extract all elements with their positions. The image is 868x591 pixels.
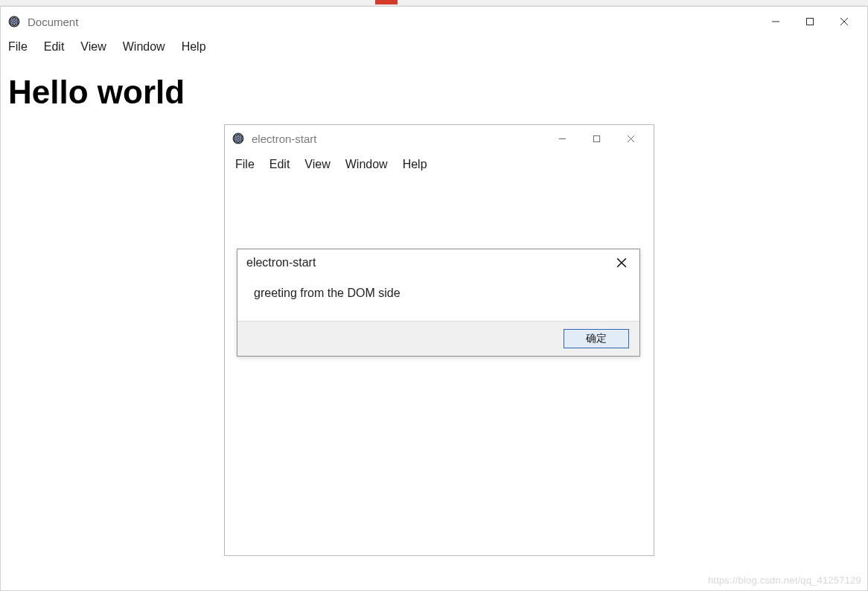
main-menubar: File Edit View Window Help xyxy=(1,36,867,57)
menu-view[interactable]: View xyxy=(80,40,106,54)
dialog-ok-button[interactable]: 确定 xyxy=(564,329,629,348)
menu-window[interactable]: Window xyxy=(345,158,388,171)
secondary-menubar: File Edit View Window Help xyxy=(225,152,654,174)
menu-file[interactable]: File xyxy=(235,158,255,171)
menu-view[interactable]: View xyxy=(304,158,330,171)
svg-point-4 xyxy=(13,21,15,22)
menu-edit[interactable]: Edit xyxy=(269,158,290,171)
main-window: Document File Edit View Window Help Hell… xyxy=(0,6,868,591)
watermark: https://blog.csdn.net/qq_41257129 xyxy=(708,575,861,586)
menu-edit[interactable]: Edit xyxy=(44,40,65,54)
main-window-controls xyxy=(759,10,861,33)
svg-rect-15 xyxy=(593,135,599,141)
alert-dialog: electron-start greeting from the DOM sid… xyxy=(237,249,640,357)
secondary-window: electron-start File Edit View Window Hel… xyxy=(224,124,654,556)
menu-window[interactable]: Window xyxy=(123,40,165,54)
close-button[interactable] xyxy=(613,127,648,150)
svg-rect-6 xyxy=(807,19,814,25)
page-heading: Hello world xyxy=(8,74,860,111)
maximize-button[interactable] xyxy=(579,127,613,150)
main-window-title: Document xyxy=(28,16,78,28)
browser-tabstrip xyxy=(0,0,868,6)
secondary-window-controls xyxy=(545,127,648,150)
dialog-close-button[interactable] xyxy=(613,254,631,272)
secondary-titlebar: electron-start xyxy=(225,125,654,152)
maximize-button[interactable] xyxy=(793,10,827,33)
minimize-button[interactable] xyxy=(545,127,579,150)
dialog-title: electron-start xyxy=(246,256,316,269)
minimize-button[interactable] xyxy=(759,10,793,33)
dialog-footer: 确定 xyxy=(237,321,639,356)
menu-help[interactable]: Help xyxy=(403,158,427,171)
secondary-content: electron-start greeting from the DOM sid… xyxy=(225,174,654,555)
secondary-window-title: electron-start xyxy=(252,132,317,145)
menu-file[interactable]: File xyxy=(8,40,28,54)
dialog-header: electron-start xyxy=(237,249,639,276)
svg-point-13 xyxy=(237,138,239,139)
tab-accent xyxy=(375,0,398,4)
electron-icon xyxy=(231,131,246,146)
close-button[interactable] xyxy=(827,10,861,33)
electron-icon xyxy=(7,14,22,29)
main-titlebar: Document xyxy=(1,7,867,36)
menu-help[interactable]: Help xyxy=(182,40,206,54)
dialog-message: greeting from the DOM side xyxy=(237,276,639,321)
main-content: Hello world xyxy=(1,57,867,127)
